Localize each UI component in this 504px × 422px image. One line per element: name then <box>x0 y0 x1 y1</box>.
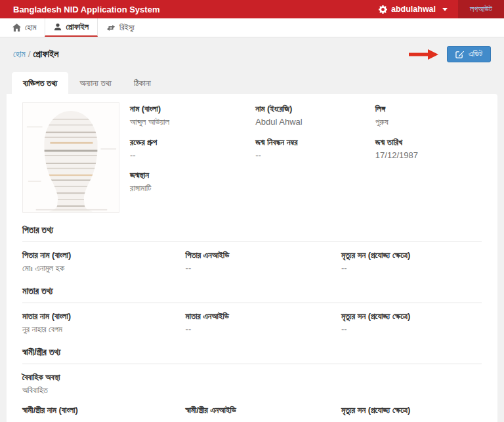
main-nav: হোম প্রোফাইল রিইস্যু <box>0 18 504 37</box>
nav-item-profile-label: প্রোফাইল <box>66 22 89 32</box>
field-value: -- <box>186 263 333 273</box>
topbar: হোম/প্রোফাইল এডিট <box>7 46 497 62</box>
field-value: -- <box>255 150 368 160</box>
mother-fields-grid: মাতার নাম (বাংলা) নুর নাহার বেগম মাতার এ… <box>22 311 482 335</box>
field-value: রাঙ্গামাটি <box>130 183 247 194</box>
topbar-right: এডিট <box>408 46 491 62</box>
field-label: জন্মস্থান <box>130 170 247 180</box>
field-spouse-name-bangla: স্বামী/স্ত্রীর নাম (বাংলা) -- <box>22 405 178 422</box>
field-label: পিতার এনআইডি <box>186 250 333 261</box>
user-icon <box>54 23 62 31</box>
field-label: পিতার নাম (বাংলা) <box>22 250 178 261</box>
profile-card: নাম (বাংলা) আব্দুল আউয়াল নাম (ইংরেজি) A… <box>7 94 497 422</box>
field-value: -- <box>22 418 178 422</box>
field-mother-name-bangla: মাতার নাম (বাংলা) নুর নাহার বেগম <box>22 311 178 335</box>
field-father-name-bangla: পিতার নাম (বাংলা) মোঃ এনামুল হক <box>22 250 178 274</box>
father-fields-grid: পিতার নাম (বাংলা) মোঃ এনামুল হক পিতার এন… <box>22 250 482 274</box>
field-value: আব্দুল আউয়াল <box>130 117 247 127</box>
user-menu[interactable]: abdulahwal <box>368 0 458 18</box>
page-content: হোম/প্রোফাইল এডিট ব্যক্তিগত তথ্য অন্যান্… <box>0 37 504 422</box>
field-label: নাম (ইংরেজি) <box>255 104 368 114</box>
field-label: মাতার নাম (বাংলা) <box>22 311 178 322</box>
nav-item-reissue-label: রিইস্যু <box>119 23 135 33</box>
field-father-death-year: মৃত্যুর সন (প্রযোজ্য ক্ষেত্রে) -- <box>341 250 482 274</box>
tab-personal-info[interactable]: ব্যক্তিগত তথ্য <box>12 72 68 94</box>
field-value: 17/12/1987 <box>375 150 482 160</box>
home-icon <box>12 24 21 32</box>
edit-pencil-icon <box>455 50 464 58</box>
spouse-fields-grid: স্বামী/স্ত্রীর নাম (বাংলা) -- স্বামী/স্ত… <box>22 405 482 422</box>
app-header: Bangladesh NID Application System abdula… <box>0 0 504 18</box>
field-blood-group: রক্তের গ্রুপ -- <box>130 137 247 160</box>
field-spouse-death-year: মৃত্যুর সন (প্রযোজ্য ক্ষেত্রে) -- <box>341 405 482 422</box>
field-name-english: নাম (ইংরেজি) Abdul Ahwal <box>255 104 368 127</box>
father-info-section: পিতার তথ্য পিতার নাম (বাংলা) মোঃ এনামুল … <box>22 224 482 274</box>
field-label: রক্তের গ্রুপ <box>130 137 247 148</box>
field-birth-date: জন্ম তারিখ 17/12/1987 <box>375 137 482 160</box>
spouse-info-section: স্বামী/স্ত্রীর তথ্য বৈবাহিক অবস্থা অবিবা… <box>22 347 482 422</box>
field-birth-place: জন্মস্থান রাঙ্গামাটি <box>130 170 247 194</box>
tab-other-info[interactable]: অন্যান্য তথ্য <box>68 72 122 94</box>
field-father-nid: পিতার এনআইডি -- <box>186 250 333 274</box>
field-mother-nid: মাতার এনআইডি -- <box>186 311 333 335</box>
field-value: মোঃ এনামুল হক <box>22 263 178 274</box>
field-marital-status: বৈবাহিক অবস্থা অবিবাহিত <box>22 372 482 396</box>
field-label: মাতার এনআইডি <box>186 311 333 322</box>
username: abdulahwal <box>391 5 436 14</box>
field-value: নুর নাহার বেগম <box>22 324 178 335</box>
nav-item-reissue[interactable]: রিইস্যু <box>98 18 143 37</box>
logout-link[interactable]: লগআউট <box>458 0 504 18</box>
edit-button[interactable]: এডিট <box>447 46 491 62</box>
gear-icon <box>379 5 387 14</box>
field-label: স্বামী/স্ত্রীর এনআইডি <box>186 405 333 415</box>
field-value: -- <box>341 418 482 422</box>
app-title: Bangladesh NID Application System <box>13 5 159 14</box>
profile-photo <box>22 102 119 213</box>
refresh-icon <box>106 24 116 32</box>
field-mother-death-year: মৃত্যুর সন (প্রযোজ্য ক্ষেত্রে) -- <box>341 311 482 335</box>
caret-down-icon <box>442 8 448 11</box>
field-label: নাম (বাংলা) <box>130 104 247 114</box>
breadcrumb-home-link[interactable]: হোম <box>13 49 26 59</box>
field-value: -- <box>130 150 247 160</box>
field-label: স্বামী/স্ত্রীর নাম (বাংলা) <box>22 405 178 415</box>
breadcrumb-current: প্রোফাইল <box>33 49 59 59</box>
field-label: মৃত্যুর সন (প্রযোজ্য ক্ষেত্রে) <box>341 405 482 415</box>
field-value: -- <box>186 418 333 422</box>
mother-section-title: মাতার তথ্য <box>22 285 482 303</box>
field-label: জন্ম তারিখ <box>375 137 482 148</box>
red-arrow-annotation <box>408 48 439 61</box>
nav-item-profile[interactable]: প্রোফাইল <box>45 18 98 37</box>
field-label: জন্ম নিবন্ধন নম্বর <box>255 137 368 148</box>
breadcrumb-separator: / <box>28 49 31 59</box>
field-value: -- <box>186 324 333 334</box>
field-label: মৃত্যুর সন (প্রযোজ্য ক্ষেত্রে) <box>341 311 482 322</box>
mother-info-section: মাতার তথ্য মাতার নাম (বাংলা) নুর নাহার ব… <box>22 285 482 335</box>
breadcrumb: হোম/প্রোফাইল <box>13 49 58 60</box>
edit-button-label: এডিট <box>469 49 482 59</box>
field-value: -- <box>341 324 482 334</box>
nav-item-home[interactable]: হোম <box>4 18 45 37</box>
field-value: -- <box>341 263 482 273</box>
field-name-bangla: নাম (বাংলা) আব্দুল আউয়াল <box>130 104 247 127</box>
field-value: পুরুষ <box>375 117 482 127</box>
field-label: বৈবাহিক অবস্থা <box>22 372 482 383</box>
field-label: লিঙ্গ <box>375 104 482 114</box>
card-tabs: ব্যক্তিগত তথ্য অন্যান্য তথ্য ঠিকানা <box>7 72 497 94</box>
field-birth-registration-no: জন্ম নিবন্ধন নম্বর -- <box>255 137 368 160</box>
nav-item-home-label: হোম <box>25 23 36 33</box>
tab-address[interactable]: ঠিকানা <box>123 72 162 94</box>
personal-info-section: নাম (বাংলা) আব্দুল আউয়াল নাম (ইংরেজি) A… <box>22 102 482 213</box>
field-spouse-nid: স্বামী/স্ত্রীর এনআইডি -- <box>186 405 333 422</box>
field-label: মৃত্যুর সন (প্রযোজ্য ক্ষেত্রে) <box>341 250 482 261</box>
field-gender: লিঙ্গ পুরুষ <box>375 104 482 127</box>
personal-fields-grid: নাম (বাংলা) আব্দুল আউয়াল নাম (ইংরেজি) A… <box>130 102 482 213</box>
spouse-section-title: স্বামী/স্ত্রীর তথ্য <box>22 347 482 364</box>
field-value: Abdul Ahwal <box>255 117 368 127</box>
field-value: অবিবাহিত <box>22 385 482 396</box>
father-section-title: পিতার তথ্য <box>22 224 482 242</box>
